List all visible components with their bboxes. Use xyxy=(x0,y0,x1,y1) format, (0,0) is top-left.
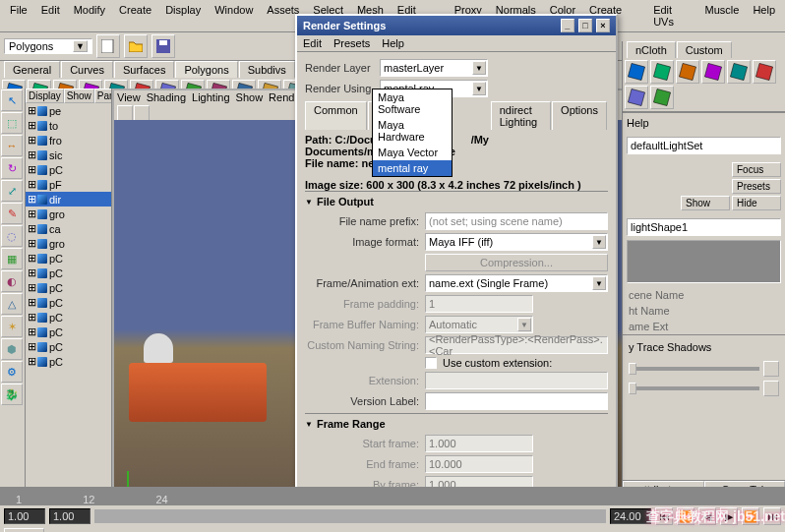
save-scene-icon[interactable] xyxy=(151,34,175,58)
shelf-icon[interactable] xyxy=(676,60,699,84)
shelf-tab-polygons[interactable]: Polygons xyxy=(175,61,237,78)
presets-button[interactable]: Presets xyxy=(732,179,781,194)
menu-create[interactable]: Create xyxy=(113,2,157,30)
tab-options[interactable]: Options xyxy=(552,101,607,130)
dialog-menu-help[interactable]: Help xyxy=(382,37,404,49)
range-slider[interactable] xyxy=(94,509,606,523)
lightshape-field[interactable]: lightShape1 xyxy=(627,218,781,236)
slider-map-icon[interactable] xyxy=(763,361,779,377)
outliner-item[interactable]: ⊞fro xyxy=(26,133,111,148)
outliner-item[interactable]: ⊞gro xyxy=(26,207,111,221)
outliner-item[interactable]: ⊞ca xyxy=(26,221,111,236)
tab-indirect-lighting[interactable]: ndirect Lighting xyxy=(491,101,551,130)
outliner-item[interactable]: ⊞pC xyxy=(26,325,111,339)
tool-icon[interactable]: 🐉 xyxy=(1,384,23,405)
menuset-dropdown[interactable]: Polygons ▼ xyxy=(4,38,92,54)
shelf-icon[interactable] xyxy=(625,60,648,84)
tab-custom[interactable]: Custom xyxy=(677,41,732,58)
outliner-item[interactable]: ⊞pC xyxy=(26,280,111,295)
prefix-input[interactable]: (not set; using scene name) xyxy=(425,212,608,230)
tool-icon[interactable]: ⚙ xyxy=(1,361,23,383)
shelf-tab-general[interactable]: General xyxy=(4,61,60,78)
slider-thumb[interactable] xyxy=(629,363,636,375)
menu-edit[interactable]: Edit xyxy=(35,2,66,30)
tool-icon[interactable]: ◐ xyxy=(1,270,23,292)
outliner-item[interactable]: ⊞pC xyxy=(26,310,111,325)
menu-modify[interactable]: Modify xyxy=(68,2,111,30)
viewport-menu-shading[interactable]: Shading xyxy=(147,91,186,103)
shelf-icon[interactable] xyxy=(701,60,725,84)
viewport-menu-show[interactable]: Show xyxy=(236,91,264,103)
tool-icon[interactable]: ↔ xyxy=(1,135,23,156)
tool-icon[interactable]: ⤢ xyxy=(1,180,23,202)
shelf-tab-surfaces[interactable]: Surfaces xyxy=(114,61,174,78)
lightset-field[interactable]: defaultLightSet xyxy=(627,137,781,154)
viewport-menu-view[interactable]: View xyxy=(117,91,141,103)
outliner-item[interactable]: ⊞pe xyxy=(26,103,111,118)
version-input[interactable] xyxy=(425,392,608,410)
tool-icon[interactable]: ✎ xyxy=(1,203,23,224)
slider-track[interactable] xyxy=(629,367,759,371)
outliner-item[interactable]: ⊞dir xyxy=(26,192,111,207)
menu-help[interactable]: Help xyxy=(747,2,781,30)
shelf-icon[interactable] xyxy=(625,86,648,109)
show-button[interactable]: Show xyxy=(681,196,730,210)
time-ruler[interactable]: 11224 xyxy=(0,488,785,505)
menu-file[interactable]: File xyxy=(4,2,33,30)
outliner-item[interactable]: ⊞pC xyxy=(26,295,111,310)
section-frame-range[interactable]: Frame Range xyxy=(305,413,608,432)
close-icon[interactable]: × xyxy=(596,19,610,32)
frameext-dropdown[interactable]: name.ext (Single Frame)▼ xyxy=(425,274,608,292)
tool-icon[interactable]: ✶ xyxy=(1,316,23,337)
dialog-titlebar[interactable]: Render Settings _ □ × xyxy=(297,16,616,35)
tab-ncloth[interactable]: nCloth xyxy=(627,41,676,58)
renderer-option[interactable]: Maya Hardware xyxy=(373,117,452,145)
shelf-icon[interactable] xyxy=(650,86,674,109)
slider-track[interactable] xyxy=(629,386,759,390)
tool-icon[interactable]: ↖ xyxy=(1,89,23,111)
shelf-tab-subdivs[interactable]: Subdivs xyxy=(239,61,295,78)
format-dropdown[interactable]: Maya IFF (iff)▼ xyxy=(425,233,608,251)
outliner-item[interactable]: ⊞pF xyxy=(26,177,111,192)
slider-map-icon[interactable] xyxy=(763,381,779,396)
shelf-icon[interactable] xyxy=(727,60,751,84)
render-layer-dropdown[interactable]: masterLayer▼ xyxy=(380,59,488,77)
mel-tab[interactable]: MEL xyxy=(4,528,44,532)
outliner-item[interactable]: ⊞pC xyxy=(26,162,111,177)
dialog-menu-edit[interactable]: Edit xyxy=(303,37,322,49)
outliner-col[interactable]: Pan xyxy=(94,89,112,103)
shelf-icon[interactable] xyxy=(753,60,776,84)
renderer-option[interactable]: Maya Software xyxy=(373,89,452,117)
viewport-menu-lighting[interactable]: Lighting xyxy=(192,91,230,103)
outliner-item[interactable]: ⊞sic xyxy=(26,148,111,162)
tool-icon[interactable]: △ xyxy=(1,293,23,315)
tool-icon[interactable]: ◌ xyxy=(1,225,23,247)
outliner-item[interactable]: ⊞pC xyxy=(26,251,111,266)
range-start-input[interactable]: 1.00 xyxy=(4,508,45,524)
menu-muscle[interactable]: Muscle xyxy=(699,2,746,30)
shelf-tab-curves[interactable]: Curves xyxy=(61,61,113,78)
minimize-icon[interactable]: _ xyxy=(561,19,574,32)
tool-icon[interactable]: ⬢ xyxy=(1,338,23,360)
playback-end-input[interactable]: 24.00 xyxy=(610,508,651,524)
shelf-icon[interactable] xyxy=(650,60,674,84)
new-scene-icon[interactable] xyxy=(96,34,120,58)
menu-edit-uvs[interactable]: Edit UVs xyxy=(647,2,696,30)
hide-button[interactable]: Hide xyxy=(732,196,781,210)
vp-icon[interactable] xyxy=(134,105,150,121)
outliner-item[interactable]: ⊞pC xyxy=(26,266,111,280)
renderer-option[interactable]: Maya Vector xyxy=(373,145,452,160)
outliner-item[interactable]: ⊞gro xyxy=(26,236,111,251)
maximize-icon[interactable]: □ xyxy=(578,19,592,32)
menu-window[interactable]: Window xyxy=(209,2,259,30)
outliner-col[interactable]: Display xyxy=(26,89,64,103)
tab-common[interactable]: Common xyxy=(305,101,367,130)
dialog-menu-presets[interactable]: Presets xyxy=(333,37,370,49)
slider-thumb[interactable] xyxy=(629,383,636,394)
outliner-col[interactable]: Show xyxy=(64,89,94,103)
tool-icon[interactable]: ↻ xyxy=(1,157,23,179)
outliner-item[interactable]: ⊞to xyxy=(26,118,111,133)
menu-display[interactable]: Display xyxy=(159,2,207,30)
vp-icon[interactable] xyxy=(117,105,133,121)
compression-button[interactable]: Compression... xyxy=(425,254,608,271)
